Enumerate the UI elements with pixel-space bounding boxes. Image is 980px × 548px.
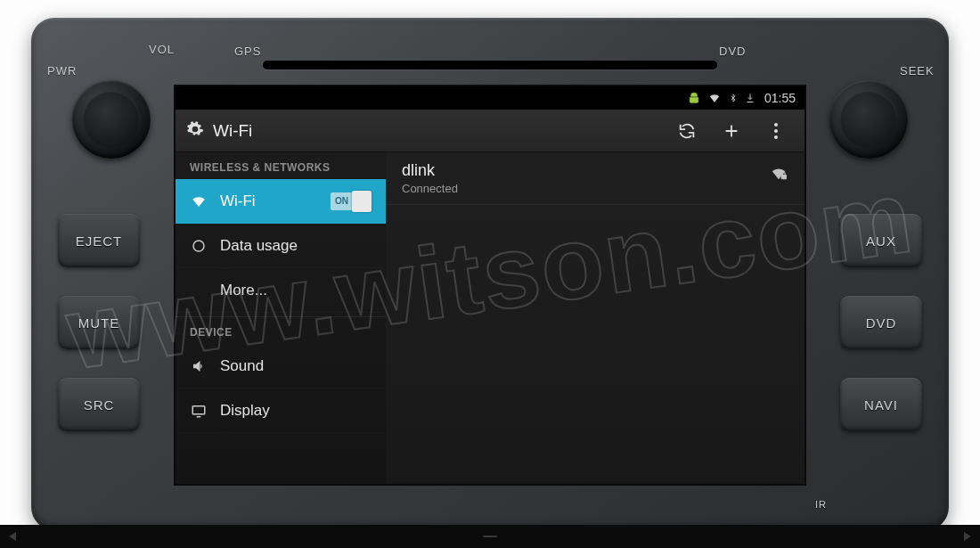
sidebar-item-label: Display [220, 402, 270, 420]
refresh-button[interactable] [669, 113, 705, 149]
settings-sidebar: WIRELESS & NETWORKS Wi-Fi ON Data usage [176, 152, 386, 484]
dvd-label: DVD [719, 45, 746, 58]
src-button[interactable]: SRC [58, 378, 140, 431]
action-bar: Wi-Fi [176, 110, 804, 152]
svg-point-3 [193, 241, 204, 251]
sound-icon [190, 357, 208, 375]
svg-point-1 [774, 129, 778, 133]
sidebar-item-display[interactable]: Display [176, 389, 386, 433]
wifi-toggle[interactable]: ON [331, 192, 372, 210]
status-bar: 01:55 [176, 86, 804, 110]
dvd-button[interactable]: DVD [840, 296, 922, 349]
section-device: DEVICE [176, 317, 386, 344]
mute-button[interactable]: MUTE [58, 296, 140, 349]
svg-rect-5 [781, 175, 787, 179]
download-icon [745, 92, 755, 104]
wifi-network-list: dlink Connected [386, 152, 804, 484]
navi-button[interactable]: NAVI [840, 378, 922, 431]
data-usage-icon [190, 237, 208, 255]
svg-point-0 [774, 123, 778, 127]
svg-rect-4 [192, 405, 205, 413]
wifi-network-item[interactable]: dlink Connected [386, 152, 804, 205]
add-network-button[interactable] [714, 113, 749, 149]
seek-label: SEEK [900, 64, 935, 78]
gps-label: GPS [234, 45, 261, 58]
overflow-menu-button[interactable] [758, 113, 794, 149]
volume-knob[interactable] [72, 80, 151, 159]
sidebar-item-sound[interactable]: Sound [176, 344, 386, 389]
section-wireless: WIRELESS & NETWORKS [176, 152, 386, 179]
sidebar-item-label: More... [220, 282, 267, 299]
android-screen: 01:55 Wi-Fi W [174, 85, 806, 486]
sidebar-item-label: Sound [220, 357, 264, 375]
sidebar-item-label: Wi-Fi [220, 192, 256, 210]
aux-button[interactable]: AUX [840, 214, 922, 267]
seek-knob[interactable] [829, 80, 908, 159]
wifi-icon [707, 92, 722, 104]
network-ssid: dlink [402, 161, 788, 180]
prev-arrow-icon[interactable] [9, 532, 16, 541]
wifi-icon [190, 192, 208, 210]
network-status: Connected [402, 182, 788, 195]
pwr-label: PWR [47, 64, 77, 78]
settings-icon [186, 120, 204, 142]
display-icon [190, 402, 208, 420]
wifi-secured-icon [769, 165, 788, 184]
android-icon [688, 92, 700, 104]
sidebar-item-wifi[interactable]: Wi-Fi ON [176, 179, 386, 224]
pager-dot [483, 536, 497, 537]
status-clock: 01:55 [764, 91, 796, 105]
svg-point-2 [774, 135, 778, 139]
vol-label: VOL [149, 43, 175, 56]
bluetooth-icon [729, 92, 738, 104]
sidebar-item-more[interactable]: More... [176, 268, 386, 313]
sidebar-item-data-usage[interactable]: Data usage [176, 224, 386, 268]
next-arrow-icon[interactable] [964, 532, 971, 541]
disc-slot[interactable] [263, 61, 717, 70]
page-title: Wi-Fi [213, 121, 660, 141]
head-unit-bezel: PWR VOL GPS DVD SEEK IR EJECT MUTE SRC A… [31, 18, 949, 530]
sidebar-item-label: Data usage [220, 237, 298, 255]
eject-button[interactable]: EJECT [58, 214, 140, 267]
ir-label: IR [815, 499, 827, 510]
photo-bottom-bar [0, 525, 980, 548]
